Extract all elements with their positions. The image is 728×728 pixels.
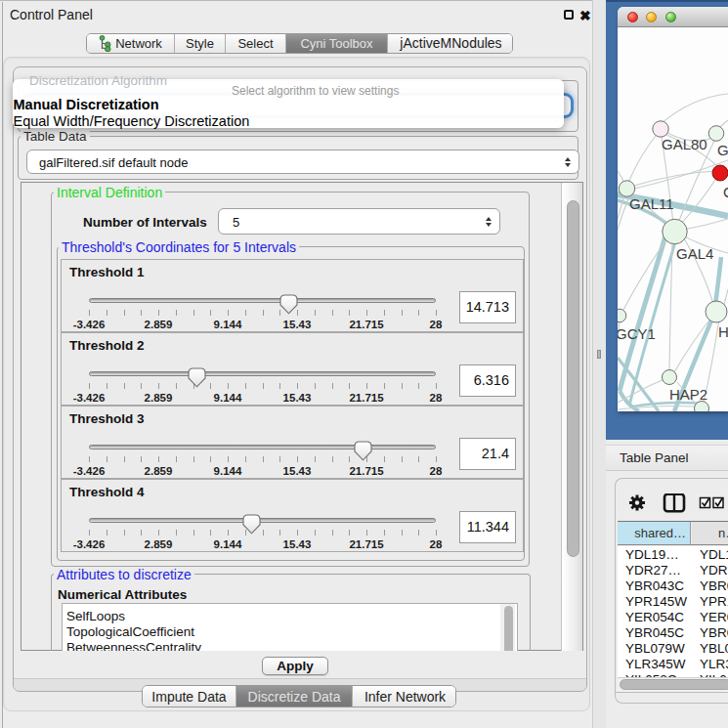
svg-text:G.: G. [717, 142, 728, 158]
svg-text:GAL4: GAL4 [676, 245, 713, 262]
svg-text:C: C [723, 184, 728, 200]
svg-text:GAL80: GAL80 [662, 136, 707, 152]
svg-text:HAP2: HAP2 [669, 386, 707, 403]
svg-text:H: H [718, 323, 728, 340]
svg-text:GCY1: GCY1 [618, 325, 656, 342]
svg-text:GAL11: GAL11 [629, 195, 674, 212]
